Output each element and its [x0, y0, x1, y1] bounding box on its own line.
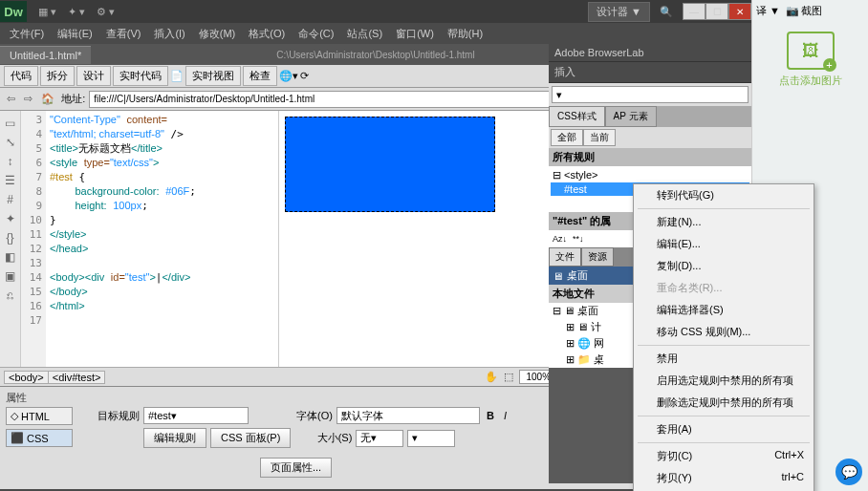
css-mode-button[interactable]: ⬛ CSS — [6, 429, 73, 447]
page-properties-button[interactable]: 页面属性... — [260, 458, 332, 478]
all-rules-header: 所有规则 — [549, 148, 751, 166]
address-label: 地址: — [61, 92, 85, 106]
menu-help[interactable]: 帮助(H) — [442, 25, 488, 43]
target-rule-select[interactable]: #test ▾ — [143, 407, 249, 424]
menu-view[interactable]: 查看(V) — [100, 25, 147, 43]
size-label: 大小(S) — [294, 431, 352, 445]
translate-button[interactable]: 译 ▼ — [756, 4, 780, 18]
menu-site[interactable]: 站点(S) — [341, 25, 388, 43]
menu-format[interactable]: 格式(O) — [243, 25, 291, 43]
size-select[interactable]: 无 ▾ — [356, 430, 403, 447]
size-unit-select[interactable]: ▾ — [407, 430, 455, 447]
extend-icon[interactable]: ✦ ▾ — [68, 6, 85, 18]
home-icon[interactable]: 🏠 — [38, 93, 57, 104]
document-path: C:\Users\Administrator\Desktop\Untitled-… — [276, 50, 474, 60]
sort-az-icon[interactable]: Az↓ — [553, 234, 567, 244]
font-select[interactable]: 默认字体 — [336, 407, 480, 424]
tag-selector[interactable]: <body><div#test> — [0, 372, 108, 383]
code-view-button[interactable]: 代码 — [4, 66, 38, 86]
insert-category-select[interactable]: ▾ — [552, 86, 749, 103]
open-docs-icon[interactable]: ▭ — [5, 117, 15, 130]
sort-cat-icon[interactable]: **↓ — [573, 234, 584, 244]
ctx-new[interactable]: 新建(N)... — [634, 211, 814, 233]
refresh-icon[interactable]: ⟳ — [300, 70, 309, 82]
split-view-button[interactable]: 拆分 — [40, 66, 75, 86]
expand-icon[interactable]: ↕ — [8, 155, 13, 168]
close-button[interactable]: ✕ — [728, 3, 751, 20]
browserlab-panel-header[interactable]: Adobe BrowserLab — [549, 44, 751, 62]
font-label: 字体(O) — [275, 409, 333, 423]
document-tab[interactable]: Untitled-1.html* — [0, 46, 91, 64]
inspect-button[interactable]: 检查 — [243, 66, 277, 86]
ctx-delete-disabled[interactable]: 删除选定规则中禁用的所有项 — [634, 392, 814, 414]
ctx-move-css[interactable]: 移动 CSS 规则(M)... — [634, 321, 814, 343]
wrap-icon[interactable]: {} — [6, 231, 13, 245]
screenshot-button[interactable]: 📷截图 — [786, 4, 822, 18]
context-menu: 转到代码(G) 新建(N)... 编辑(E)... 复制(D)... 重命名类(… — [633, 183, 814, 491]
menu-insert[interactable]: 插入(I) — [148, 25, 190, 43]
app-logo: Dw — [0, 1, 27, 22]
all-button[interactable]: 全部 — [551, 129, 583, 146]
css-styles-tab[interactable]: CSS样式 — [549, 106, 605, 127]
menubar: 文件(F) 编辑(E) 查看(V) 插入(I) 修改(M) 格式(O) 命令(C… — [0, 23, 751, 44]
ctx-duplicate[interactable]: 复制(D)... — [634, 255, 814, 277]
assets-tab[interactable]: 资源 — [581, 247, 614, 267]
css-panel-button[interactable]: CSS 面板(P) — [210, 428, 291, 448]
menu-commands[interactable]: 命令(C) — [293, 25, 339, 43]
design-view-button[interactable]: 设计 — [76, 66, 111, 86]
line-numbers: 34567891011121314151617 — [21, 111, 46, 367]
ctx-apply[interactable]: 套用(A) — [634, 418, 814, 440]
select-icon[interactable]: ⬚ — [504, 371, 513, 383]
image-icon: 🖼 — [802, 41, 819, 61]
menu-modify[interactable]: 修改(M) — [193, 25, 242, 43]
line-numbers-icon[interactable]: # — [7, 193, 13, 206]
menu-edit[interactable]: 编辑(E) — [52, 25, 98, 43]
current-button[interactable]: 当前 — [583, 129, 616, 146]
select-parent-icon[interactable]: ☰ — [5, 174, 15, 187]
add-image-widget[interactable]: 🖼 点击添加图片 — [772, 32, 849, 88]
bold-button[interactable]: B — [484, 410, 497, 421]
maximize-button[interactable]: ☐ — [705, 3, 728, 20]
menu-window[interactable]: 窗口(W) — [390, 25, 440, 43]
browser-icon[interactable]: 🌐▾ — [279, 70, 298, 82]
apply-icon[interactable]: ▣ — [5, 269, 15, 283]
html-mode-button[interactable]: ◇ HTML — [6, 407, 73, 425]
fwd-icon[interactable]: ⇨ — [21, 93, 35, 104]
ap-elements-tab[interactable]: AP 元素 — [605, 106, 657, 127]
code-toolbar: ▭ ⤡ ↕ ☰ # ✦ {} ◧ ▣ ⎌ — [0, 111, 21, 367]
ctx-edit[interactable]: 编辑(E)... — [634, 233, 814, 255]
hand-icon[interactable]: ✋ — [485, 371, 498, 383]
format-icon[interactable]: ⎌ — [7, 288, 13, 302]
menu-file[interactable]: 文件(F) — [4, 25, 50, 43]
code-editor[interactable]: "Content-Type" content= "text/html; char… — [46, 111, 278, 367]
live-view-button[interactable]: 实时视图 — [185, 66, 241, 86]
ctx-goto-code[interactable]: 转到代码(G) — [634, 184, 814, 206]
workspace-switcher[interactable]: 设计器 ▼ — [588, 2, 650, 22]
highlight-icon[interactable]: ✦ — [6, 212, 15, 225]
back-icon[interactable]: ⇦ — [4, 93, 18, 104]
minimize-button[interactable]: — — [683, 3, 705, 20]
ctx-cut[interactable]: 剪切(C)Ctrl+X — [634, 445, 814, 467]
edit-rule-button[interactable]: 编辑规则 — [143, 428, 206, 448]
target-rule-label: 目标规则 — [82, 409, 140, 423]
collapse-icon[interactable]: ⤡ — [6, 136, 15, 149]
ctx-disable[interactable]: 禁用 — [634, 348, 814, 370]
ctx-copy[interactable]: 拷贝(Y)trl+C — [634, 467, 814, 489]
inspect-icon[interactable]: 📄 — [170, 70, 184, 82]
files-tab[interactable]: 文件 — [549, 247, 581, 267]
search-icon[interactable]: 🔍 — [654, 6, 679, 18]
site-icon[interactable]: ⚙ ▾ — [97, 6, 115, 18]
chat-button[interactable]: 💬 — [835, 459, 862, 485]
insert-panel-header[interactable]: 插入 — [549, 62, 751, 83]
ctx-rename-class: 重命名类(R)... — [634, 277, 814, 299]
italic-button[interactable]: I — [501, 410, 510, 421]
live-code-button[interactable]: 实时代码 — [113, 66, 168, 86]
layout-icon[interactable]: ▦ ▾ — [38, 6, 56, 18]
syntax-icon[interactable]: ◧ — [5, 250, 15, 264]
ctx-enable-all[interactable]: 启用选定规则中禁用的所有项 — [634, 370, 814, 392]
test-div-preview[interactable] — [285, 117, 495, 212]
ctx-edit-selector[interactable]: 编辑选择器(S) — [634, 299, 814, 321]
